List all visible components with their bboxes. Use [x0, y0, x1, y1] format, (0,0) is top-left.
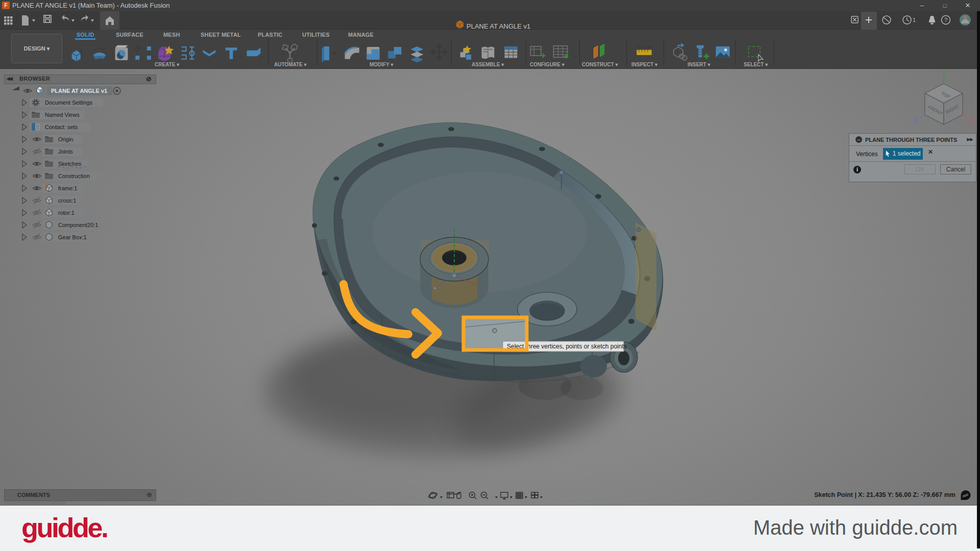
svg-text:PLANE AT ANGLE v1: PLANE AT ANGLE v1: [467, 22, 530, 30]
svg-text:1: 1: [913, 17, 916, 23]
svg-text:PLANE AT ANGLE v1: PLANE AT ANGLE v1: [51, 88, 107, 94]
svg-text:?: ?: [944, 17, 947, 23]
svg-text:cross:1: cross:1: [58, 197, 76, 204]
svg-text:Joints: Joints: [58, 148, 73, 155]
svg-text:Construction: Construction: [58, 173, 90, 179]
svg-text:Component20:1: Component20:1: [58, 222, 98, 228]
svg-text:Z: Z: [913, 117, 917, 124]
svg-text:frame:1: frame:1: [58, 185, 77, 191]
svg-text:rotor:1: rotor:1: [58, 210, 75, 216]
svg-text:Document Settings: Document Settings: [45, 99, 92, 106]
svg-text:X: X: [969, 117, 973, 124]
svg-text:Contact: sets: Contact: sets: [45, 124, 78, 130]
svg-text:Sketches: Sketches: [58, 161, 82, 167]
svg-text:Origin: Origin: [58, 136, 73, 142]
svg-text:Named Views: Named Views: [45, 112, 80, 118]
svg-text:Gear Box:1: Gear Box:1: [58, 234, 87, 240]
svg-text:Y: Y: [942, 69, 946, 77]
